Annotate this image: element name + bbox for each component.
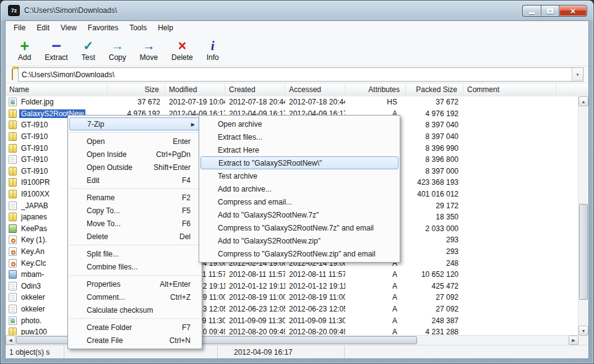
menu-item-compress-and-email[interactable]: Compress and email... bbox=[199, 195, 400, 208]
menu-item-extract-here[interactable]: Extract Here bbox=[199, 143, 400, 156]
menu-item-label: Add to "GalaxyS2RootNew.zip" bbox=[218, 237, 321, 245]
cell-packed-size: 8 397 040 bbox=[406, 121, 463, 129]
minimize-icon bbox=[529, 12, 535, 14]
menu-item-add-to-archive[interactable]: Add to archive... bbox=[199, 182, 400, 195]
menu-item-comment[interactable]: Comment...Ctrl+Z bbox=[68, 290, 202, 303]
status-panel-4 bbox=[345, 345, 588, 358]
menubar-item-file[interactable]: File bbox=[8, 22, 31, 34]
7zip-app-icon: 7z bbox=[8, 5, 20, 16]
address-input[interactable] bbox=[19, 68, 572, 81]
menu-item-delete[interactable]: DeleteDel bbox=[68, 230, 202, 243]
close-button[interactable]: × bbox=[559, 5, 587, 17]
menubar-item-favorites[interactable]: Favorites bbox=[82, 22, 124, 34]
column-header-comment[interactable]: Comment bbox=[463, 83, 556, 96]
menu-item-7-zip[interactable]: 7-Zip▶ bbox=[69, 117, 200, 130]
menu-item-label: Edit bbox=[87, 176, 100, 185]
status-selection: 1 object(s) s bbox=[6, 345, 64, 358]
cell-packed-size: 10 652 120 bbox=[406, 270, 463, 279]
context-menu: 7-Zip▶OpenEnterOpen InsideCtrl+PgDnOpen … bbox=[67, 115, 202, 349]
column-header-size[interactable]: Size bbox=[108, 83, 165, 96]
cell-name: Folder.jpg bbox=[6, 98, 108, 106]
column-header-name[interactable]: Name bbox=[6, 83, 108, 96]
menu-item-move-to[interactable]: Move To...F6 bbox=[68, 217, 202, 230]
toolbar-add-button[interactable]: +Add bbox=[13, 37, 36, 63]
scroll-up-button[interactable]: ▲ bbox=[579, 96, 588, 106]
vertical-scrollbar-thumb[interactable] bbox=[579, 204, 588, 300]
menu-item-shortcut: Ctrl+N bbox=[158, 336, 191, 345]
menubar-item-edit[interactable]: Edit bbox=[31, 22, 55, 34]
menu-item-open-archive[interactable]: Open archive bbox=[199, 117, 400, 130]
cell-packed-size: 423 368 193 bbox=[406, 178, 463, 187]
cell-modified: 2012-07-19 10:04 bbox=[165, 98, 225, 106]
menu-item-add-to-galaxys2rootnew-zip[interactable]: Add to "GalaxyS2RootNew.zip" bbox=[199, 234, 400, 247]
toolbar-label: Move bbox=[140, 53, 158, 62]
vertical-scrollbar[interactable]: ▲ ▼ bbox=[578, 96, 588, 336]
chevron-down-icon: ▼ bbox=[576, 73, 580, 77]
menu-item-open-inside[interactable]: Open InsideCtrl+PgDn bbox=[68, 148, 202, 161]
menu-item-rename[interactable]: RenameF2 bbox=[68, 191, 202, 204]
app-window: 7z C:\Users\Simon\Downloads\ × FileEditV… bbox=[0, 0, 594, 364]
maximize-button[interactable] bbox=[541, 5, 559, 17]
toolbar-move-button[interactable]: →Move bbox=[135, 37, 163, 63]
address-dropdown-button[interactable]: ▼ bbox=[572, 68, 583, 81]
toolbar-copy-button[interactable]: →Copy bbox=[104, 37, 131, 63]
arrow-left-icon: ◀ bbox=[9, 338, 12, 342]
file-name: GT-I910 bbox=[19, 121, 50, 129]
menu-item-open-outside[interactable]: Open OutsideShift+Enter bbox=[68, 161, 202, 174]
column-header-created[interactable]: Created bbox=[225, 83, 285, 96]
move-icon: → bbox=[142, 38, 155, 53]
toolbar-delete-button[interactable]: ×Delete bbox=[166, 37, 198, 63]
menu-item-compress-to-galaxys2rootnew-7z-and-email[interactable]: Compress to "GalaxyS2RootNew.7z" and ema… bbox=[199, 221, 400, 234]
column-header-packed-size[interactable]: Packed Size bbox=[406, 83, 463, 96]
menu-item-add-to-galaxys2rootnew-7z[interactable]: Add to "GalaxyS2RootNew.7z" bbox=[199, 208, 400, 221]
menu-item-create-file[interactable]: Create FileCtrl+N bbox=[68, 334, 202, 347]
cell-packed-size: 4 976 192 bbox=[406, 109, 463, 118]
cell-attributes: A bbox=[345, 305, 406, 313]
menu-item-extract-to-galaxys2rootnew[interactable]: Extract to "GalaxyS2RootNew\" bbox=[200, 156, 398, 169]
menu-item-label: Create Folder bbox=[87, 323, 132, 332]
menu-item-copy-to[interactable]: Copy To...F5 bbox=[68, 204, 202, 217]
scroll-left-button[interactable]: ◀ bbox=[6, 336, 15, 345]
column-header-attributes[interactable]: Attributes bbox=[345, 83, 406, 96]
menu-item-combine-files[interactable]: Combine files... bbox=[68, 260, 202, 273]
cell-created: 2012-01-12 19:11 bbox=[225, 282, 285, 290]
scroll-down-button[interactable]: ▼ bbox=[579, 326, 588, 336]
address-combo[interactable]: ▼ bbox=[18, 67, 583, 82]
archive-icon bbox=[9, 132, 17, 141]
cell-created: 2012-08-19 11:00 bbox=[225, 293, 285, 302]
menu-item-create-folder[interactable]: Create FolderF7 bbox=[68, 321, 202, 334]
toolbar-test-button[interactable]: ✓Test bbox=[77, 37, 100, 63]
column-header-accessed[interactable]: Accessed bbox=[285, 83, 345, 96]
toolbar: +Add−Extract✓Test→Copy→Move×DeleteiInfo bbox=[6, 35, 588, 66]
menu-item-edit[interactable]: EditF4 bbox=[68, 174, 202, 187]
cell-packed-size: 293 bbox=[406, 235, 463, 244]
table-row[interactable]: Folder.jpg37 6722012-07-19 10:042012-07-… bbox=[6, 96, 579, 108]
cell-packed-size: 27 092 bbox=[406, 305, 463, 313]
cell-accessed: 2012-01-12 19:11 bbox=[285, 282, 345, 290]
menu-item-properties[interactable]: PropertiesAlt+Enter bbox=[68, 277, 202, 290]
menu-item-test-archive[interactable]: Test archive bbox=[199, 169, 400, 182]
titlebar[interactable]: 7z C:\Users\Simon\Downloads\ × bbox=[1, 1, 593, 20]
toolbar-extract-button[interactable]: −Extract bbox=[40, 37, 72, 63]
menubar-item-tools[interactable]: Tools bbox=[124, 22, 152, 34]
menu-item-extract-files[interactable]: Extract files... bbox=[199, 130, 400, 143]
cell-attributes: A bbox=[345, 282, 406, 290]
key-icon bbox=[9, 259, 17, 268]
minimize-button[interactable] bbox=[522, 5, 541, 17]
menu-item-calculate-checksum[interactable]: Calculate checksum bbox=[68, 303, 202, 316]
menubar-item-view[interactable]: View bbox=[55, 22, 82, 34]
column-header-modified[interactable]: Modified bbox=[165, 83, 225, 96]
toolbar-info-button[interactable]: iInfo bbox=[202, 37, 224, 63]
menu-item-split-file[interactable]: Split file... bbox=[68, 247, 202, 260]
menu-item-open[interactable]: OpenEnter bbox=[68, 135, 202, 148]
cell-attributes: A bbox=[345, 316, 406, 325]
menu-item-compress-to-galaxys2rootnew-zip-and-email[interactable]: Compress to "GalaxyS2RootNew.zip" and em… bbox=[199, 247, 400, 260]
scroll-right-button[interactable]: ▶ bbox=[569, 336, 579, 345]
menu-separator bbox=[69, 245, 200, 245]
folder-up-button[interactable] bbox=[12, 69, 13, 80]
menu-item-label: 7-Zip bbox=[87, 120, 104, 129]
file-name: okkeler bbox=[19, 293, 47, 302]
app-green-icon bbox=[9, 224, 17, 233]
menubar-item-help[interactable]: Help bbox=[152, 22, 179, 34]
cell-attributes: HS bbox=[345, 98, 406, 106]
